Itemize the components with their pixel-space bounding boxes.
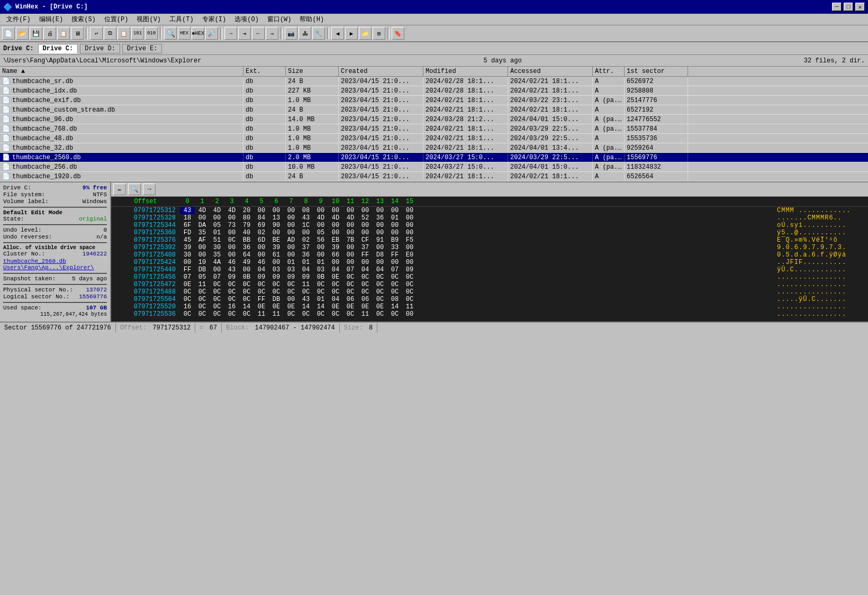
- hex-byte[interactable]: 0C: [313, 281, 328, 288]
- hex-byte[interactable]: 00: [373, 244, 387, 251]
- table-row[interactable]: 📄thumbcache_custom_stream.db db 24 B 202…: [0, 105, 868, 115]
- tb-hex[interactable]: 010: [145, 27, 158, 40]
- tb-grid[interactable]: ⊞: [373, 27, 385, 40]
- hex-data-row[interactable]: 07971725440FFDB0043000403030403040704040…: [111, 266, 868, 273]
- hex-byte[interactable]: 00: [254, 251, 269, 259]
- tb-bookmarks[interactable]: 🔖: [392, 27, 404, 40]
- hex-byte[interactable]: 00: [313, 244, 328, 251]
- hex-byte[interactable]: 00: [387, 229, 402, 236]
- menu-expert[interactable]: 专家(I): [198, 14, 231, 25]
- hex-byte[interactable]: 43: [299, 214, 313, 222]
- hex-byte[interactable]: 00: [313, 251, 328, 259]
- hex-byte[interactable]: 10: [195, 259, 210, 266]
- hex-byte[interactable]: 14: [387, 303, 402, 310]
- hex-byte[interactable]: 0C: [195, 310, 210, 318]
- hex-byte[interactable]: 00: [269, 259, 284, 266]
- close-button[interactable]: ✕: [855, 3, 865, 11]
- hex-byte[interactable]: 0C: [284, 281, 299, 288]
- hex-byte[interactable]: 09: [224, 273, 239, 281]
- hex-byte[interactable]: 01: [284, 259, 299, 266]
- hex-byte[interactable]: 00: [195, 251, 210, 259]
- hex-byte[interactable]: 1C: [299, 222, 313, 229]
- hex-data-row[interactable]: 079717253446FDA0573796990001C00000000000…: [111, 222, 868, 229]
- hex-byte[interactable]: 00: [358, 207, 373, 214]
- tb-cam[interactable]: 📷: [285, 27, 297, 40]
- hex-byte[interactable]: E0: [402, 251, 417, 259]
- hex-byte[interactable]: 00: [284, 244, 299, 251]
- hex-byte[interactable]: 79: [239, 222, 254, 229]
- hex-byte[interactable]: 00: [343, 229, 358, 236]
- tb-copy[interactable]: ⧉: [104, 27, 116, 40]
- hex-byte[interactable]: 0C: [239, 288, 254, 296]
- path-link[interactable]: Users\Fang\Ap...\Explorer\: [3, 264, 94, 271]
- hex-byte[interactable]: 0C: [269, 288, 284, 296]
- menu-window[interactable]: 窗口(W): [263, 14, 296, 25]
- hex-byte[interactable]: 09: [254, 273, 269, 281]
- hex-byte[interactable]: 40: [239, 229, 254, 236]
- hex-byte[interactable]: 4D: [210, 207, 224, 214]
- hex-byte[interactable]: 49: [239, 259, 254, 266]
- hex-byte[interactable]: 0C: [299, 310, 313, 318]
- hex-byte[interactable]: 0E: [328, 273, 343, 281]
- hex-byte[interactable]: BB: [239, 236, 254, 244]
- tb-hex-search[interactable]: HEX: [178, 27, 191, 40]
- hex-byte[interactable]: 0E: [343, 303, 358, 310]
- hex-byte[interactable]: 0E: [284, 303, 299, 310]
- hex-byte[interactable]: 00: [402, 310, 417, 318]
- hex-byte[interactable]: 03: [313, 266, 328, 273]
- hex-byte[interactable]: 09: [299, 273, 313, 281]
- table-row[interactable]: 📄thumbcache_sr.db db 24 B 2023/04/15 21:…: [0, 77, 868, 86]
- hex-byte[interactable]: 0E: [328, 303, 343, 310]
- hex-byte[interactable]: 05: [210, 222, 224, 229]
- tb-arrow-right[interactable]: →: [224, 27, 237, 40]
- col-attr[interactable]: Attr.: [593, 67, 625, 76]
- hex-byte[interactable]: 4A: [210, 259, 224, 266]
- hex-byte[interactable]: 04: [373, 266, 387, 273]
- hex-byte[interactable]: 00: [284, 207, 299, 214]
- hex-byte[interactable]: 0C: [210, 288, 224, 296]
- hex-byte[interactable]: 00: [402, 214, 417, 222]
- hex-byte[interactable]: 00: [254, 244, 269, 251]
- hex-byte[interactable]: 01: [313, 259, 328, 266]
- hex-byte[interactable]: 35: [210, 251, 224, 259]
- tb-back[interactable]: ◀: [331, 27, 344, 40]
- hex-byte[interactable]: BE: [269, 236, 284, 244]
- hex-byte[interactable]: 0C: [254, 281, 269, 288]
- hex-byte[interactable]: 7B: [343, 236, 358, 244]
- hex-byte[interactable]: 0C: [402, 288, 417, 296]
- hex-byte[interactable]: 0C: [387, 273, 402, 281]
- hex-byte[interactable]: 05: [313, 229, 328, 236]
- hex-byte[interactable]: 0C: [210, 281, 224, 288]
- hex-byte[interactable]: 08: [387, 296, 402, 303]
- hex-byte[interactable]: 0B: [239, 273, 254, 281]
- hex-byte[interactable]: 0C: [239, 281, 254, 288]
- table-row[interactable]: 📄thumbcache_idx.db db 227 KB 2023/04/15 …: [0, 86, 868, 96]
- hex-byte[interactable]: 00: [358, 259, 373, 266]
- hex-byte[interactable]: 80: [239, 214, 254, 222]
- hex-byte[interactable]: 06: [358, 296, 373, 303]
- table-row[interactable]: 📄thumbcache_768.db db 1.0 MB 2023/04/15 …: [0, 124, 868, 134]
- hex-byte[interactable]: 4D: [328, 214, 343, 222]
- hex-byte[interactable]: 0C: [180, 310, 195, 318]
- hex-byte[interactable]: 56: [313, 236, 328, 244]
- hex-byte[interactable]: 35: [195, 229, 210, 236]
- hex-byte[interactable]: 0E: [269, 303, 284, 310]
- hex-byte[interactable]: 0C: [180, 288, 195, 296]
- hex-byte[interactable]: 00: [284, 214, 299, 222]
- tb-play[interactable]: ▶: [345, 27, 358, 40]
- hex-byte[interactable]: 37: [299, 244, 313, 251]
- tb-arrow-right2[interactable]: ⇥: [238, 27, 251, 40]
- hex-byte[interactable]: 14: [313, 303, 328, 310]
- hex-byte[interactable]: 00: [284, 229, 299, 236]
- hex-byte[interactable]: 11: [358, 310, 373, 318]
- col-accessed[interactable]: Accessed: [508, 67, 593, 76]
- hex-byte[interactable]: 07: [180, 273, 195, 281]
- hex-byte[interactable]: 0C: [373, 288, 387, 296]
- hex-data-row[interactable]: 079717254720E110C0C0C0C0C0C110C0C0C0C0C0…: [111, 281, 868, 288]
- hex-byte[interactable]: 04: [328, 296, 343, 303]
- hex-byte[interactable]: F5: [402, 236, 417, 244]
- hex-byte[interactable]: 0C: [328, 281, 343, 288]
- hex-byte[interactable]: 4D: [224, 207, 239, 214]
- tb-memory[interactable]: 🖧: [299, 27, 311, 40]
- hex-byte[interactable]: 13: [269, 214, 284, 222]
